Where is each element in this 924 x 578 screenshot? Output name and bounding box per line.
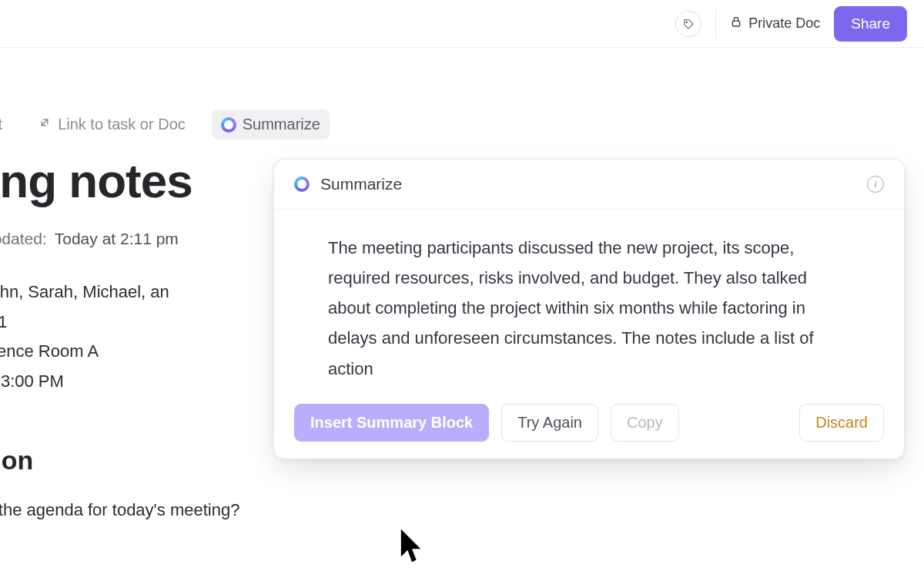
comment-tool[interactable]: mment — [0, 109, 12, 139]
link-tool[interactable]: Link to task or Doc — [28, 109, 195, 139]
popover-actions: Insert Summary Block Try Again Copy Disc… — [274, 393, 904, 459]
svg-point-0 — [686, 21, 688, 22]
lock-icon — [730, 15, 742, 32]
info-icon[interactable]: i — [867, 176, 884, 193]
try-again-button[interactable]: Try Again — [501, 404, 598, 442]
mouse-cursor-icon — [399, 526, 425, 565]
link-label: Link to task or Doc — [58, 116, 186, 133]
privacy-toggle[interactable]: Private Doc — [730, 15, 820, 32]
tag-icon[interactable] — [675, 11, 701, 37]
popover-header: Summarize i — [274, 160, 904, 210]
insert-summary-button[interactable]: Insert Summary Block — [294, 404, 489, 442]
conversation-line: what's the agenda for today's meeting? — [0, 500, 924, 520]
svg-rect-1 — [733, 21, 740, 26]
copy-button[interactable]: Copy — [611, 404, 679, 442]
last-updated-value: Today at 2:11 pm — [55, 230, 179, 248]
summarize-tool[interactable]: Summarize — [212, 109, 330, 139]
participants-value: John, Sarah, Michael, an — [0, 282, 169, 301]
share-button[interactable]: Share — [834, 6, 907, 42]
comment-label: mment — [0, 116, 2, 133]
ai-icon — [221, 117, 236, 133]
privacy-label: Private Doc — [748, 15, 820, 32]
discard-button[interactable]: Discard — [799, 404, 884, 442]
summarize-label: Summarize — [243, 116, 320, 133]
summary-text: The meeting participants discussed the n… — [274, 210, 904, 393]
doc-toolbar: mment Link to task or Doc Summarize — [0, 109, 924, 139]
top-bar: Private Doc Share — [0, 0, 924, 48]
last-updated-key: Last Updated: — [0, 230, 47, 248]
divider — [715, 9, 716, 39]
ai-icon — [294, 176, 310, 192]
popover-title: Summarize — [320, 175, 402, 193]
summarize-popover: Summarize i The meeting participants dis… — [273, 159, 905, 459]
link-arrows-icon — [38, 116, 52, 133]
